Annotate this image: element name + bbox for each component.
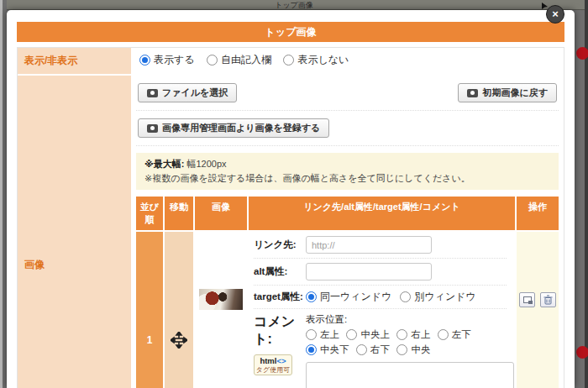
visibility-row: 表示/非表示 表示する 自由記入欄 表示しない (18, 48, 564, 74)
radio-icon (306, 344, 317, 355)
note-max-width: ※最大幅: 幅1200px (144, 157, 550, 171)
html-tag-badge: html<> タグ使用可 (254, 354, 292, 375)
image-notes: ※最大幅: 幅1200px ※複数の画像を設定する場合は、画像の幅と高さを全て同… (136, 153, 559, 190)
attributes-cell: リンク先: alt属性: target属性: (249, 232, 515, 388)
note-same-size: ※複数の画像を設定する場合は、画像の幅と高さを全て同じにしてください。 (144, 171, 550, 186)
radio-icon (346, 329, 357, 340)
open-image-button[interactable] (519, 292, 535, 307)
move-cell[interactable] (165, 232, 193, 388)
image-row: 画像 ファイルを選択 初期画像に戻す (18, 76, 564, 388)
radio-icon (396, 344, 407, 355)
radio-icon (396, 329, 407, 340)
visibility-label: 表示/非表示 (18, 48, 131, 74)
image-label: 画像 (18, 76, 131, 388)
radio-pos-bottom-right[interactable]: 右下 (356, 343, 390, 356)
radio-label: 表示する (154, 53, 195, 67)
alt-input[interactable] (306, 263, 432, 281)
radio-free-entry[interactable]: 自由記入欄 (207, 53, 271, 67)
position-label: 表示位置: (306, 313, 507, 326)
radio-icon (356, 344, 367, 355)
table-row: 1 (136, 232, 559, 388)
radio-pos-top-left[interactable]: 左上 (306, 328, 339, 341)
settings-form: 表示/非表示 表示する 自由記入欄 表示しない (17, 47, 564, 388)
move-icon (171, 332, 187, 349)
file-select-button[interactable]: ファイルを選択 (138, 83, 237, 102)
header-image: 画像 (195, 197, 247, 230)
register-image-button[interactable]: 画像専用管理画面より画像を登録する (138, 118, 329, 138)
link-sub-row: リンク先: (254, 232, 507, 259)
radio-icon (207, 55, 218, 66)
page-left-edge (0, 0, 7, 388)
link-label: リンク先: (254, 239, 306, 251)
header-order: 並び順 (136, 197, 163, 230)
image-content: ファイルを選択 初期画像に戻す 画像専用管理画面より画像を登録する (133, 76, 564, 388)
modal-title: トップ画像 (17, 22, 564, 42)
header-attributes: リンク先/alt属性/target属性/コメント (249, 197, 515, 230)
radio-icon (283, 55, 294, 66)
radio-label: 自由記入欄 (221, 53, 271, 67)
comment-label: コメント: (254, 314, 295, 346)
radio-icon (400, 291, 411, 302)
alt-sub-row: alt属性: (254, 259, 507, 286)
header-move: 移動 (165, 197, 193, 230)
radio-pos-top-right[interactable]: 右上 (396, 328, 430, 341)
image-manager-icon (147, 124, 158, 133)
radio-label: 表示しない (297, 53, 349, 67)
close-icon: × (552, 8, 559, 20)
background-red-badge (576, 346, 588, 359)
actions-cell (517, 232, 559, 388)
delete-image-button[interactable] (540, 292, 556, 307)
radio-icon (306, 291, 317, 302)
background-tab-title: トップ画像 (275, 1, 313, 9)
code-icon: <> (276, 356, 286, 365)
background-red-badge (576, 47, 588, 60)
radio-icon (438, 329, 449, 340)
header-actions: 操作 (517, 197, 559, 230)
radio-pos-top-center[interactable]: 中央上 (346, 328, 390, 341)
reset-image-button[interactable]: 初期画像に戻す (458, 83, 557, 102)
radio-hide[interactable]: 表示しない (283, 53, 349, 67)
file-icon (147, 89, 158, 97)
link-input[interactable] (306, 236, 432, 254)
radio-pos-bottom-left[interactable]: 左下 (438, 328, 471, 341)
comment-sub-row: コメント: html<> タグ使用可 表示位置: (254, 309, 507, 388)
image-table: 並び順 移動 画像 リンク先/alt属性/target属性/コメント 操作 1 (136, 197, 559, 388)
image-table-header: 並び順 移動 画像 リンク先/alt属性/target属性/コメント 操作 (136, 197, 559, 230)
window-icon (523, 296, 532, 303)
radio-same-window[interactable]: 同一ウィンドウ (306, 290, 391, 304)
order-cell: 1 (136, 232, 163, 388)
mouse-cursor-icon (541, 2, 549, 10)
radio-new-window[interactable]: 別ウィンドウ (400, 290, 475, 304)
target-label: target属性: (254, 291, 306, 303)
radio-icon (306, 329, 317, 340)
background-tab-bar: トップ画像 (0, 0, 588, 10)
position-options: 左上 中央上 右上 左下 中央下 右下 中央 (306, 328, 507, 359)
comment-textarea[interactable] (306, 362, 514, 388)
image-cell (195, 232, 247, 388)
visibility-options: 表示する 自由記入欄 表示しない (133, 48, 564, 74)
trash-icon (543, 295, 553, 305)
radio-icon (139, 55, 150, 66)
reset-icon (467, 89, 478, 97)
radio-show[interactable]: 表示する (139, 53, 195, 67)
top-image-modal: トップ画像 表示/非表示 表示する 自由記入欄 表示しない (7, 10, 575, 388)
radio-pos-center[interactable]: 中央 (396, 343, 430, 356)
radio-pos-bottom-center[interactable]: 中央下 (306, 343, 349, 356)
alt-label: alt属性: (254, 265, 306, 278)
target-sub-row: target属性: 同一ウィンドウ 別ウィンドウ (254, 286, 507, 309)
image-thumbnail[interactable] (199, 289, 243, 310)
